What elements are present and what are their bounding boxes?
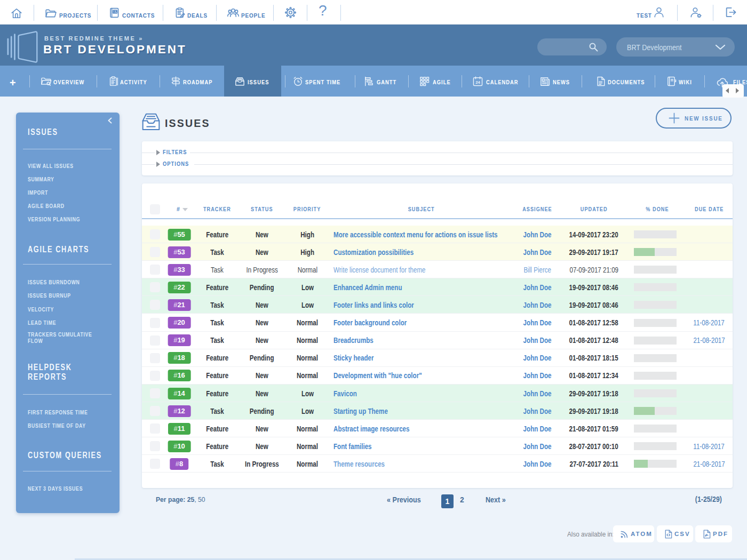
- svg-text:24: 24: [475, 80, 480, 85]
